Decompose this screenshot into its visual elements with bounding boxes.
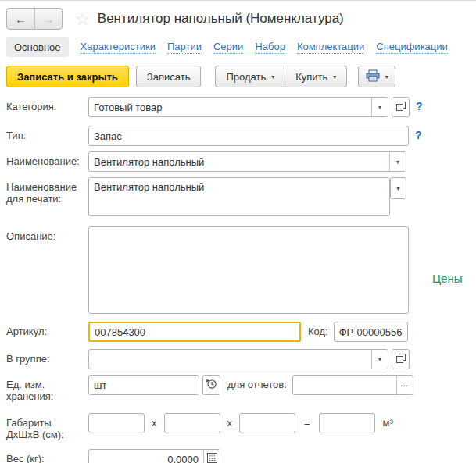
dimensions-row: Габариты ДхШхВ (см): х х = м³: [6, 413, 470, 440]
unit-reports-label: для отчетов:: [227, 375, 287, 390]
group-combobox[interactable]: ▾: [88, 349, 388, 369]
nomenclature-form-window: ← → ☆ Вентилятор напольный (Номенклатура…: [0, 0, 476, 463]
tab-partii[interactable]: Партии: [167, 41, 202, 54]
caret-down-icon: ▾: [333, 73, 336, 80]
sell-button[interactable]: Продать ▾: [215, 66, 285, 87]
unit-reports-combobox[interactable]: …: [292, 375, 413, 395]
unit-row: Ед. изм. хранения: для отчетов: …: [6, 375, 470, 402]
open-form-icon: [396, 102, 406, 113]
category-label: Категория:: [6, 97, 88, 112]
unit-history-button[interactable]: [202, 375, 220, 395]
category-dropdown-arrow-icon[interactable]: ▾: [371, 98, 388, 116]
history-clock-icon: [206, 378, 217, 392]
printer-icon: [366, 69, 380, 84]
tab-bar: Основное Характеристики Партии Серии Наб…: [6, 37, 476, 57]
caret-down-icon: ▾: [271, 73, 274, 80]
weight-field[interactable]: 0,0000: [88, 449, 220, 463]
category-open-button[interactable]: [392, 97, 410, 117]
print-name-row: Наименование для печати: Вентилятор напо…: [6, 177, 470, 216]
code-input[interactable]: [334, 322, 408, 342]
category-help-icon[interactable]: ?: [416, 97, 423, 112]
header: ← → ☆ Вентилятор напольный (Номенклатура…: [0, 1, 476, 30]
tab-serii[interactable]: Серии: [213, 41, 243, 54]
type-row: Тип: ?: [6, 126, 470, 146]
save-button[interactable]: Записать: [136, 66, 202, 87]
unit-reports-value: [293, 376, 396, 394]
dimensions-label: Габариты ДхШхВ (см):: [6, 413, 88, 440]
weight-row: Вес (кг): 0,0000: [6, 449, 470, 463]
article-input[interactable]: [88, 322, 301, 342]
group-open-button[interactable]: [392, 349, 410, 369]
weight-calculator-button[interactable]: [203, 450, 220, 463]
open-form-icon: [396, 354, 406, 365]
type-label: Тип:: [6, 126, 88, 141]
unit-label: Ед. изм. хранения:: [6, 375, 88, 402]
group-label: В группе:: [6, 349, 88, 365]
unit-input[interactable]: [88, 375, 199, 395]
print-name-label: Наименование для печати:: [6, 177, 88, 205]
category-combobox[interactable]: Готовый товар ▾: [88, 97, 388, 117]
group-row: В группе: ▾: [6, 349, 470, 369]
tab-kharakteristiki[interactable]: Характеристики: [81, 41, 156, 54]
description-label: Описание:: [6, 226, 88, 242]
unit-reports-more-icon[interactable]: …: [396, 376, 413, 394]
tab-osnovnoe[interactable]: Основное: [6, 37, 69, 57]
name-dropdown-arrow-icon[interactable]: ▾: [389, 152, 406, 171]
buy-button[interactable]: Купить ▾: [285, 66, 347, 87]
sell-buy-button-group: Продать ▾ Купить ▾: [215, 66, 347, 87]
group-dropdown-arrow-icon[interactable]: ▾: [371, 350, 388, 369]
group-value: [89, 350, 371, 369]
code-label: Код:: [308, 322, 328, 337]
article-label: Артикул:: [6, 322, 88, 337]
print-name-dropdown-button[interactable]: ▾: [390, 177, 406, 199]
weight-label: Вес (кг):: [6, 449, 88, 463]
category-row: Категория: Готовый товар ▾ ?: [6, 97, 470, 117]
caret-down-icon: ▾: [385, 73, 388, 80]
name-combobox[interactable]: Вентилятор напольный ▾: [88, 151, 406, 172]
favorite-star-icon[interactable]: ☆: [75, 11, 90, 27]
type-input[interactable]: [88, 126, 409, 146]
calculator-icon: [207, 453, 217, 463]
dimension-separator: х: [227, 413, 233, 429]
dimension-height-input[interactable]: [239, 413, 295, 433]
type-help-icon[interactable]: ?: [415, 126, 422, 141]
sell-button-label: Продать: [226, 71, 266, 83]
weight-value: 0,0000: [89, 450, 203, 463]
name-row: Наименование: Вентилятор напольный ▾: [6, 151, 470, 172]
volume-input[interactable]: [319, 413, 375, 433]
equals-sign: =: [304, 413, 310, 429]
description-row: Описание: Цены: [6, 226, 470, 314]
nav-button-group: ← →: [6, 8, 63, 30]
category-value: Готовый товар: [89, 98, 371, 116]
tab-komplektatsii[interactable]: Комплектации: [297, 41, 364, 54]
print-name-textarea[interactable]: Вентилятор напольный: [88, 177, 390, 216]
page-title: Вентилятор напольный (Номенклатура): [98, 11, 344, 27]
dimension-width-input[interactable]: [164, 413, 220, 433]
tab-spetsifikatsii[interactable]: Спецификации: [376, 41, 448, 54]
toolbar: Записать и закрыть Записать Продать ▾ Ку…: [6, 66, 476, 87]
buy-button-label: Купить: [295, 71, 327, 83]
article-row: Артикул: Код:: [6, 322, 470, 342]
back-button[interactable]: ←: [7, 9, 34, 29]
description-textarea[interactable]: [88, 226, 409, 314]
name-value: Вентилятор напольный: [89, 152, 389, 171]
dimension-length-input[interactable]: [88, 413, 145, 433]
print-button[interactable]: ▾: [358, 66, 395, 87]
name-label: Наименование:: [6, 151, 88, 167]
volume-unit-label: м³: [383, 413, 393, 429]
dimension-separator: х: [152, 413, 157, 429]
save-and-close-button[interactable]: Записать и закрыть: [6, 66, 129, 87]
prices-link[interactable]: Цены: [432, 272, 463, 285]
forward-button[interactable]: →: [34, 9, 62, 29]
tab-nabor[interactable]: Набор: [255, 41, 285, 54]
caret-down-icon: ▾: [396, 185, 399, 192]
